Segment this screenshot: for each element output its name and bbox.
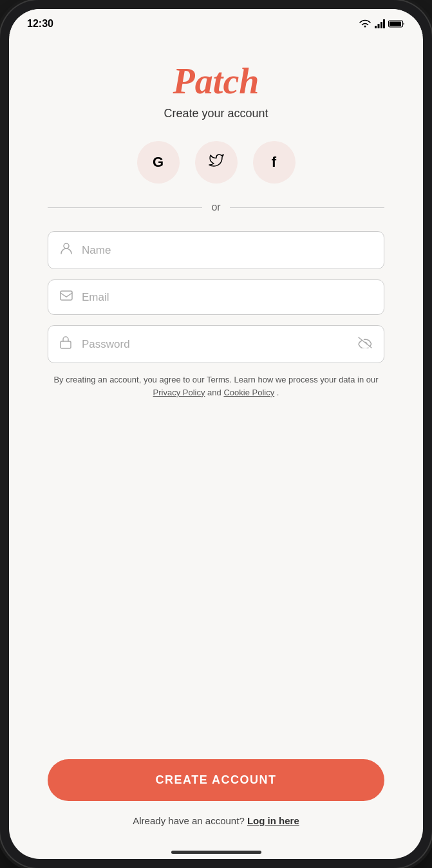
app-subtitle: Create your account (48, 107, 384, 120)
status-bar: 12:30 (9, 9, 423, 35)
person-icon (60, 242, 74, 258)
home-indicator (171, 851, 261, 854)
terms-text: By creating an account, you agree to our… (48, 373, 384, 399)
app-logo: Patch (48, 61, 384, 102)
svg-rect-5 (390, 22, 401, 26)
name-field-container (48, 231, 384, 269)
wifi-icon (359, 19, 371, 28)
twitter-icon (209, 154, 224, 171)
signal-icon (375, 19, 385, 28)
password-field-container (48, 325, 384, 363)
svg-rect-8 (61, 341, 71, 348)
svg-rect-2 (380, 22, 382, 28)
battery-icon (388, 19, 405, 28)
spacer (48, 411, 384, 759)
status-time: 12:30 (27, 18, 53, 30)
terms-after: . (277, 388, 279, 397)
divider-text: or (211, 202, 220, 213)
svg-rect-0 (375, 26, 377, 28)
email-input[interactable] (82, 291, 372, 304)
facebook-button[interactable]: f (253, 141, 296, 184)
login-prefix: Already have an account? (133, 815, 244, 826)
divider-line-left (48, 207, 202, 208)
divider-line-right (230, 207, 384, 208)
privacy-policy-link[interactable]: Privacy Policy (153, 388, 205, 397)
facebook-label: f (272, 154, 276, 171)
password-input[interactable] (82, 338, 350, 351)
phone-frame: 12:30 (0, 0, 432, 868)
status-icons (359, 19, 405, 28)
google-label: G (153, 154, 164, 171)
divider: or (48, 202, 384, 213)
google-button[interactable]: G (137, 141, 180, 184)
cookie-policy-link[interactable]: Cookie Policy (223, 388, 274, 397)
create-account-button[interactable]: CREATE ACCOUNT (48, 759, 384, 801)
login-link[interactable]: Log in here (247, 815, 299, 826)
twitter-button[interactable] (195, 141, 238, 184)
eye-off-icon[interactable] (358, 337, 372, 352)
email-icon (60, 290, 74, 304)
terms-and: and (207, 388, 223, 397)
svg-rect-3 (383, 19, 385, 28)
svg-point-6 (64, 243, 69, 249)
lock-icon (60, 336, 74, 352)
phone-screen: 12:30 (9, 9, 423, 859)
svg-rect-7 (61, 291, 72, 300)
social-buttons: G f (48, 141, 384, 184)
app-content: Patch Create your account G f (9, 35, 423, 845)
name-input[interactable] (82, 244, 372, 257)
svg-rect-1 (378, 24, 380, 28)
home-bar (9, 845, 423, 859)
login-text: Already have an account? Log in here (48, 815, 384, 826)
email-field-container (48, 279, 384, 315)
